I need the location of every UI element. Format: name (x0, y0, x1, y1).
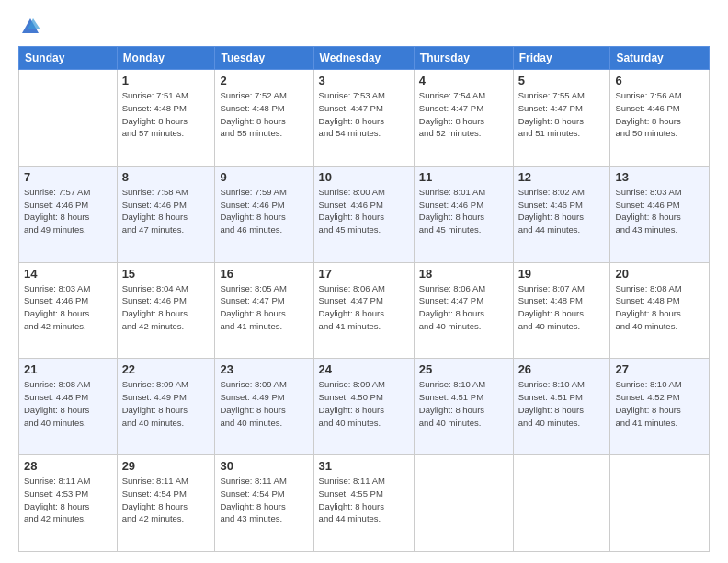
day-info: Sunrise: 8:03 AMSunset: 4:46 PMDaylight:… (615, 186, 704, 236)
day-info: Sunrise: 8:08 AMSunset: 4:48 PMDaylight:… (24, 378, 112, 429)
calendar-table: SundayMondayTuesdayWednesdayThursdayFrid… (18, 46, 710, 552)
day-number: 18 (419, 267, 508, 281)
day-number: 15 (122, 267, 210, 281)
calendar-cell: 27Sunrise: 8:10 AMSunset: 4:52 PMDayligh… (610, 359, 710, 455)
day-info: Sunrise: 8:01 AMSunset: 4:46 PMDaylight:… (419, 186, 508, 236)
day-info: Sunrise: 7:58 AMSunset: 4:46 PMDaylight:… (122, 186, 210, 236)
day-number: 10 (319, 170, 409, 184)
calendar-cell: 8Sunrise: 7:58 AMSunset: 4:46 PMDaylight… (117, 166, 215, 262)
day-info: Sunrise: 7:56 AMSunset: 4:46 PMDaylight:… (615, 89, 704, 140)
day-info: Sunrise: 8:09 AMSunset: 4:49 PMDaylight:… (220, 378, 308, 429)
day-number: 4 (419, 74, 508, 87)
day-number: 25 (419, 362, 508, 376)
day-info: Sunrise: 8:09 AMSunset: 4:50 PMDaylight:… (319, 378, 409, 429)
day-info: Sunrise: 7:53 AMSunset: 4:47 PMDaylight:… (319, 89, 409, 140)
weekday-header-tuesday: Tuesday (215, 47, 313, 70)
day-number: 11 (419, 170, 508, 184)
calendar-cell: 21Sunrise: 8:08 AMSunset: 4:48 PMDayligh… (19, 359, 118, 455)
calendar-cell: 29Sunrise: 8:11 AMSunset: 4:54 PMDayligh… (117, 455, 215, 552)
day-info: Sunrise: 7:57 AMSunset: 4:46 PMDaylight:… (24, 186, 112, 236)
calendar-cell: 4Sunrise: 7:54 AMSunset: 4:47 PMDaylight… (414, 70, 513, 167)
day-number: 24 (319, 362, 409, 376)
day-number: 22 (122, 362, 210, 376)
calendar-cell: 10Sunrise: 8:00 AMSunset: 4:46 PMDayligh… (313, 166, 414, 262)
day-info: Sunrise: 8:05 AMSunset: 4:47 PMDaylight:… (220, 282, 308, 333)
day-number: 14 (24, 267, 112, 281)
calendar-cell: 12Sunrise: 8:02 AMSunset: 4:46 PMDayligh… (513, 166, 610, 262)
day-info: Sunrise: 8:11 AMSunset: 4:54 PMDaylight:… (122, 475, 210, 525)
day-number: 23 (220, 362, 308, 376)
day-info: Sunrise: 8:11 AMSunset: 4:55 PMDaylight:… (319, 475, 409, 525)
weekday-header-sunday: Sunday (19, 47, 118, 70)
day-number: 20 (615, 267, 704, 281)
calendar-cell: 1Sunrise: 7:51 AMSunset: 4:48 PMDaylight… (117, 70, 215, 167)
calendar-cell: 26Sunrise: 8:10 AMSunset: 4:51 PMDayligh… (513, 359, 610, 455)
day-number: 28 (24, 459, 112, 473)
day-number: 7 (24, 170, 112, 184)
day-info: Sunrise: 8:06 AMSunset: 4:47 PMDaylight:… (319, 282, 409, 333)
calendar-cell: 31Sunrise: 8:11 AMSunset: 4:55 PMDayligh… (313, 455, 414, 552)
weekday-header-saturday: Saturday (610, 47, 710, 70)
calendar-cell (513, 455, 610, 552)
weekday-header-row: SundayMondayTuesdayWednesdayThursdayFrid… (19, 47, 710, 70)
day-info: Sunrise: 7:54 AMSunset: 4:47 PMDaylight:… (419, 89, 508, 140)
calendar-week-row: 14Sunrise: 8:03 AMSunset: 4:46 PMDayligh… (19, 262, 710, 359)
page-header (18, 17, 710, 37)
calendar-week-row: 28Sunrise: 8:11 AMSunset: 4:53 PMDayligh… (19, 455, 710, 552)
day-info: Sunrise: 8:09 AMSunset: 4:49 PMDaylight:… (122, 378, 210, 429)
calendar-cell: 24Sunrise: 8:09 AMSunset: 4:50 PMDayligh… (313, 359, 414, 455)
day-info: Sunrise: 7:51 AMSunset: 4:48 PMDaylight:… (122, 89, 210, 140)
day-info: Sunrise: 8:11 AMSunset: 4:53 PMDaylight:… (24, 475, 112, 525)
calendar-cell: 7Sunrise: 7:57 AMSunset: 4:46 PMDaylight… (19, 166, 118, 262)
day-number: 2 (220, 74, 308, 87)
day-number: 19 (518, 267, 606, 281)
calendar-cell: 18Sunrise: 8:06 AMSunset: 4:47 PMDayligh… (414, 262, 513, 359)
day-number: 8 (122, 170, 210, 184)
calendar-cell: 6Sunrise: 7:56 AMSunset: 4:46 PMDaylight… (610, 70, 710, 167)
calendar-cell (414, 455, 513, 552)
calendar-page: SundayMondayTuesdayWednesdayThursdayFrid… (0, 0, 728, 563)
day-number: 13 (615, 170, 704, 184)
calendar-cell: 5Sunrise: 7:55 AMSunset: 4:47 PMDaylight… (513, 70, 610, 167)
calendar-cell: 20Sunrise: 8:08 AMSunset: 4:48 PMDayligh… (610, 262, 710, 359)
logo (18, 17, 40, 37)
day-info: Sunrise: 8:11 AMSunset: 4:54 PMDaylight:… (220, 475, 308, 525)
calendar-week-row: 7Sunrise: 7:57 AMSunset: 4:46 PMDaylight… (19, 166, 710, 262)
day-number: 12 (518, 170, 606, 184)
calendar-cell: 22Sunrise: 8:09 AMSunset: 4:49 PMDayligh… (117, 359, 215, 455)
day-info: Sunrise: 8:03 AMSunset: 4:46 PMDaylight:… (24, 282, 112, 333)
day-number: 9 (220, 170, 308, 184)
day-info: Sunrise: 8:07 AMSunset: 4:48 PMDaylight:… (518, 282, 606, 333)
day-info: Sunrise: 8:10 AMSunset: 4:52 PMDaylight:… (615, 378, 704, 429)
calendar-cell: 3Sunrise: 7:53 AMSunset: 4:47 PMDaylight… (313, 70, 414, 167)
day-info: Sunrise: 7:59 AMSunset: 4:46 PMDaylight:… (220, 186, 308, 236)
day-info: Sunrise: 8:10 AMSunset: 4:51 PMDaylight:… (419, 378, 508, 429)
logo-icon (20, 17, 40, 37)
day-number: 31 (319, 459, 409, 473)
calendar-week-row: 1Sunrise: 7:51 AMSunset: 4:48 PMDaylight… (19, 70, 710, 167)
day-number: 1 (122, 74, 210, 87)
day-number: 21 (24, 362, 112, 376)
calendar-cell: 28Sunrise: 8:11 AMSunset: 4:53 PMDayligh… (19, 455, 118, 552)
day-number: 30 (220, 459, 308, 473)
day-info: Sunrise: 7:52 AMSunset: 4:48 PMDaylight:… (220, 89, 308, 140)
calendar-cell: 19Sunrise: 8:07 AMSunset: 4:48 PMDayligh… (513, 262, 610, 359)
calendar-cell: 25Sunrise: 8:10 AMSunset: 4:51 PMDayligh… (414, 359, 513, 455)
calendar-cell: 15Sunrise: 8:04 AMSunset: 4:46 PMDayligh… (117, 262, 215, 359)
day-info: Sunrise: 8:10 AMSunset: 4:51 PMDaylight:… (518, 378, 606, 429)
day-info: Sunrise: 8:00 AMSunset: 4:46 PMDaylight:… (319, 186, 409, 236)
day-number: 3 (319, 74, 409, 87)
calendar-cell: 17Sunrise: 8:06 AMSunset: 4:47 PMDayligh… (313, 262, 414, 359)
day-number: 17 (319, 267, 409, 281)
calendar-cell: 30Sunrise: 8:11 AMSunset: 4:54 PMDayligh… (215, 455, 313, 552)
calendar-cell (19, 70, 118, 167)
weekday-header-friday: Friday (513, 47, 610, 70)
calendar-cell: 23Sunrise: 8:09 AMSunset: 4:49 PMDayligh… (215, 359, 313, 455)
day-number: 26 (518, 362, 606, 376)
calendar-week-row: 21Sunrise: 8:08 AMSunset: 4:48 PMDayligh… (19, 359, 710, 455)
day-info: Sunrise: 8:02 AMSunset: 4:46 PMDaylight:… (518, 186, 606, 236)
day-info: Sunrise: 8:04 AMSunset: 4:46 PMDaylight:… (122, 282, 210, 333)
weekday-header-wednesday: Wednesday (313, 47, 414, 70)
day-number: 29 (122, 459, 210, 473)
calendar-cell: 14Sunrise: 8:03 AMSunset: 4:46 PMDayligh… (19, 262, 118, 359)
